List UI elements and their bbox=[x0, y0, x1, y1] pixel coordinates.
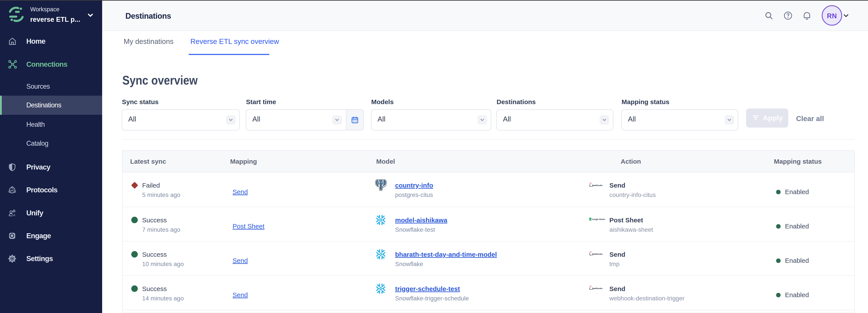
svg-text:webhooks: webhooks bbox=[593, 253, 602, 255]
svg-text:webhooks: webhooks bbox=[593, 287, 602, 289]
svg-text:Google Sheets: Google Sheets bbox=[592, 218, 605, 220]
svg-text:webhooks: webhooks bbox=[593, 184, 602, 187]
